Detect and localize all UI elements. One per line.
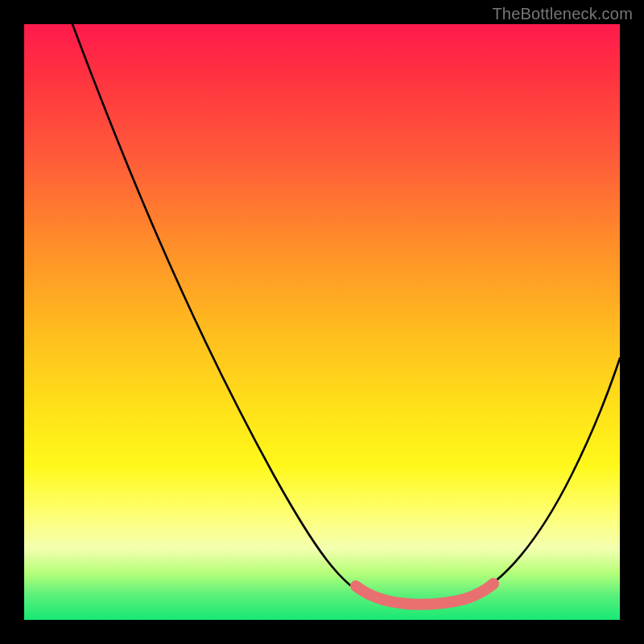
bottleneck-curve (24, 24, 620, 620)
chart-frame: TheBottleneck.com (0, 0, 644, 644)
curve-path (72, 24, 620, 603)
optimal-range-end-dot (488, 578, 499, 589)
plot-area (24, 24, 620, 620)
optimal-range-marker (356, 584, 493, 605)
watermark-label: TheBottleneck.com (492, 5, 633, 23)
